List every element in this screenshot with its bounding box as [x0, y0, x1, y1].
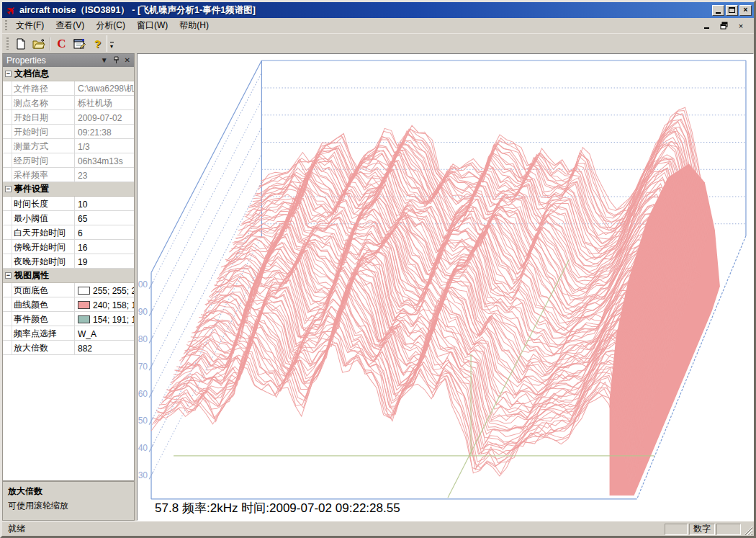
c-tool-button[interactable]: C: [53, 35, 71, 52]
property-value-text: 栎社机场: [78, 97, 112, 109]
properties-grid: −文档信息文件路径C:\awa6298\机场测点名称栎社机场开始日期2009-0…: [3, 67, 134, 355]
property-value-text: 154; 191; 18: [93, 315, 134, 325]
property-value[interactable]: 10: [75, 197, 134, 210]
color-swatch[interactable]: [78, 315, 90, 323]
color-swatch[interactable]: [78, 301, 90, 309]
property-row: 页面底色255; 255; 25: [3, 283, 134, 297]
property-value[interactable]: 19: [75, 254, 134, 268]
property-value[interactable]: 882: [75, 341, 134, 354]
row-indent: [3, 168, 12, 181]
resize-grip[interactable]: [743, 526, 752, 535]
spectrogram-chart-panel[interactable]: 1009080706050403057.8 频率:2kHz 时间:2009-07…: [137, 53, 754, 521]
property-label: 开始日期: [12, 110, 75, 124]
collapse-icon[interactable]: −: [5, 272, 12, 279]
collapse-icon[interactable]: −: [5, 71, 12, 77]
properties-panel-title: Properties: [6, 55, 46, 66]
property-value-text: 240; 158; 15: [93, 300, 134, 310]
toolbar-grip[interactable]: [6, 37, 9, 50]
menu-item-4[interactable]: 帮助(H): [174, 18, 215, 34]
property-value[interactable]: 栎社机场: [75, 96, 134, 109]
collapse-icon[interactable]: −: [5, 186, 12, 192]
mdi-restore-button[interactable]: [718, 21, 729, 31]
client-area: Properties ▼ ✕ −文档信息文件路径C:\awa6298\机场测点名…: [2, 53, 754, 521]
menu-item-1[interactable]: 查看(V): [50, 18, 90, 34]
property-value[interactable]: 09:21:38: [75, 125, 134, 138]
properties-button[interactable]: [71, 35, 89, 52]
property-label: 夜晚开始时间: [12, 254, 75, 268]
property-row: 最小阈值65: [3, 211, 134, 225]
section-header[interactable]: −事件设置: [3, 182, 134, 197]
menu-item-0[interactable]: 文件(F): [10, 18, 50, 34]
row-indent: [3, 254, 12, 268]
property-label: 频率点选择: [12, 326, 75, 340]
property-value[interactable]: W_A: [75, 326, 134, 340]
open-file-button[interactable]: [30, 35, 48, 52]
section-header[interactable]: −文档信息: [3, 67, 134, 81]
property-row: 测点名称栎社机场: [3, 96, 134, 110]
property-row: 文件路径C:\awa6298\机场: [3, 81, 134, 96]
property-label: 文件路径: [12, 81, 75, 95]
section-title: 视图属性: [14, 269, 49, 282]
property-value-text: 06h34m13s: [78, 156, 123, 166]
row-indent: [3, 225, 12, 239]
toolbar-options-button[interactable]: ▾: [107, 35, 116, 52]
property-value[interactable]: 06h34m13s: [75, 153, 134, 167]
property-row: 开始日期2009-07-02: [3, 110, 134, 125]
section-header[interactable]: −视图属性: [3, 269, 134, 283]
minimize-button[interactable]: [712, 5, 724, 16]
y-axis-tick-label: 30: [138, 470, 148, 480]
property-label: 开始时间: [12, 125, 75, 138]
maximize-button[interactable]: [726, 5, 738, 16]
row-indent: [3, 211, 12, 225]
property-value[interactable]: 65: [75, 211, 134, 225]
property-value[interactable]: 6: [75, 225, 134, 239]
mdi-minimize-button[interactable]: [701, 21, 712, 31]
row-indent: [3, 297, 12, 311]
menu-item-3[interactable]: 窗口(W): [131, 18, 174, 34]
new-document-button[interactable]: [12, 35, 30, 52]
menubar-grip[interactable]: [4, 20, 8, 31]
close-button[interactable]: ×: [739, 5, 752, 16]
property-value-text: 16: [78, 243, 87, 253]
help-button[interactable]: ?: [89, 35, 107, 52]
menu-item-2[interactable]: 分析(C): [90, 18, 131, 34]
property-value[interactable]: 2009-07-02: [75, 110, 134, 124]
property-value[interactable]: 240; 158; 15: [75, 297, 134, 311]
property-label: 采样频率: [12, 168, 75, 181]
property-value-text: 23: [78, 171, 87, 181]
property-value-text: 19: [78, 257, 87, 267]
property-value[interactable]: 16: [75, 240, 134, 254]
property-value[interactable]: C:\awa6298\机场: [75, 81, 134, 95]
section-title: 事件设置: [14, 183, 49, 195]
mdi-close-button[interactable]: ×: [735, 21, 747, 31]
help-icon: ?: [94, 37, 101, 50]
property-label: 经历时间: [12, 153, 75, 167]
property-value-text: 2009-07-02: [78, 113, 122, 123]
toolbar: C ? ▾: [2, 34, 754, 53]
pin-icon[interactable]: [113, 56, 120, 66]
property-value[interactable]: 1/3: [75, 139, 134, 153]
num-indicator: 数字: [689, 524, 715, 535]
property-row: 时间长度10: [3, 197, 134, 211]
property-label: 测点名称: [12, 96, 75, 109]
property-value[interactable]: 23: [75, 168, 134, 181]
panel-menu-chevron-icon[interactable]: ▼: [101, 57, 108, 64]
property-row: 开始时间09:21:38: [3, 125, 134, 139]
property-description-title: 放大倍数: [8, 485, 129, 498]
panel-close-icon[interactable]: ✕: [125, 57, 130, 64]
titlebar[interactable]: ✈ aircraft noise（ISO3891） - [飞机噪声分析1-事件1…: [2, 2, 754, 18]
y-axis-tick-label: 100: [138, 280, 148, 290]
app-window: ✈ aircraft noise（ISO3891） - [飞机噪声分析1-事件1…: [0, 0, 756, 538]
status-message: 就绪: [4, 523, 663, 535]
property-value[interactable]: 154; 191; 18: [75, 312, 134, 326]
property-label: 最小阈值: [12, 211, 75, 225]
property-value[interactable]: 255; 255; 25: [75, 283, 134, 297]
property-value-text: 6: [78, 228, 83, 238]
property-value-text: 65: [78, 214, 87, 224]
properties-icon: [73, 38, 86, 50]
row-indent: [3, 139, 12, 153]
y-axis-tick-label: 60: [138, 389, 148, 399]
properties-panel-titlebar[interactable]: Properties ▼ ✕: [3, 54, 134, 67]
status-pane-3: [716, 524, 741, 535]
color-swatch[interactable]: [78, 287, 90, 295]
